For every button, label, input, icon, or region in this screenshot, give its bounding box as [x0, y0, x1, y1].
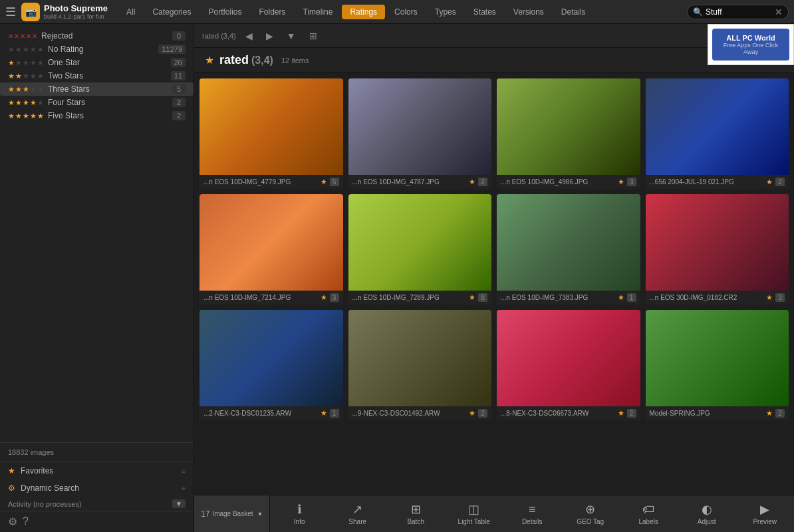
photo-item[interactable]: ...n EOS 30D-IMG_0182.CR2★3 [646, 194, 789, 305]
image-basket-button[interactable]: 17 Image Basket ▼ [194, 495, 270, 532]
nav-tab-ratings[interactable]: Ratings [342, 5, 385, 19]
ad-title: ALL PC World [718, 34, 784, 42]
photo-thumb-p4 [646, 78, 789, 175]
rating-stars-four-stars: ★★★★★ [8, 98, 44, 107]
photo-rating-p8: 3 [775, 293, 785, 302]
rating-count-rejected: 0 [172, 31, 186, 41]
search-input[interactable] [706, 7, 772, 17]
topbar: ☰ 📷 Photo Supreme build 4.1.2-par1 for f… [0, 0, 794, 24]
photo-rating-p6: 8 [478, 293, 487, 302]
sidebar-item-dynamic-search[interactable]: ⚙Dynamic Search≡ [0, 479, 194, 497]
nav-tab-colors[interactable]: Colors [386, 5, 426, 19]
photo-name-p10: ...9-NEX-C3-DSC01492.ARW [352, 410, 467, 417]
rating-count-two-stars: 11 [171, 71, 186, 80]
rating-label-no-rating: No Rating [48, 45, 158, 54]
photo-item[interactable]: ...656 2004-JUL-19 021.JPG★2 [646, 78, 789, 189]
basket-count: 17 [201, 509, 209, 519]
photo-rating-p3: 3 [627, 178, 636, 186]
sidebar-item-favorites[interactable]: ★Favorites≡ [0, 462, 194, 479]
nav-tab-versions[interactable]: Versions [505, 5, 552, 19]
back-button[interactable]: ◀ [241, 29, 257, 43]
photo-name-p7: ...n EOS 10D-IMG_7383.JPG [501, 294, 615, 301]
bottom-tool-info[interactable]: ℹInfo [270, 498, 329, 529]
layers-button[interactable]: ⊞ [305, 29, 321, 43]
bottom-tool-share[interactable]: ↗Share [329, 498, 387, 529]
photo-item[interactable]: ...n EOS 10D-IMG_7214.JPG★3 [199, 194, 343, 305]
bottom-tool-light-table[interactable]: ◫Light Table [445, 498, 503, 529]
nav-tab-types[interactable]: Types [427, 5, 464, 19]
bottom-tools-row: ℹInfo↗Share⊞Batch◫Light Table≡Details⊕GE… [270, 498, 794, 529]
rating-row-two-stars[interactable]: ★★★★★Two Stars11 [0, 69, 194, 82]
photo-label-p3: ...n EOS 10D-IMG_4986.JPG★3 [497, 175, 640, 189]
photo-label-p7: ...n EOS 10D-IMG_7383.JPG★1 [497, 291, 640, 305]
sidebar-item-label-dynamic-search: Dynamic Search [21, 483, 176, 493]
bottom-tool-icon-adjust: ◐ [702, 502, 712, 517]
sidebar-activity-label: Activity (no processes) [8, 500, 167, 508]
rating-label-rejected: Rejected [41, 31, 172, 41]
bottom-tool-preview[interactable]: ▶Preview [735, 498, 794, 529]
nav-tab-states[interactable]: States [465, 5, 504, 19]
sidebar-help-icon[interactable]: ? [23, 515, 29, 528]
photo-name-p1: ...n EOS 10D-IMG_4779.JPG [203, 178, 318, 186]
search-clear-button[interactable]: ✕ [775, 7, 783, 17]
nav-tab-portfolios[interactable]: Portfolios [200, 5, 249, 19]
nav-tab-details[interactable]: Details [553, 5, 594, 19]
rating-count-no-rating: 11279 [158, 45, 186, 54]
bottom-tool-icon-details: ≡ [529, 503, 536, 517]
bottom-tool-details[interactable]: ≡Details [503, 498, 561, 529]
photo-label-p9: ...2-NEX-C3-DSC01235.ARW★1 [199, 406, 343, 420]
sidebar-gear-icon[interactable]: ⚙ [8, 515, 17, 528]
bottom-tool-geo-tag[interactable]: ⊕GEO Tag [561, 498, 620, 529]
photo-rating-p9: 1 [330, 409, 339, 418]
rating-row-rejected[interactable]: ✕✕✕✕✕Rejected0 [0, 29, 194, 43]
toolbar-breadcrumb: rated (3,4) [202, 32, 236, 40]
photo-item[interactable]: ...n EOS 10D-IMG_4787.JPG★2 [348, 78, 492, 189]
bottom-tool-icon-labels: 🏷 [642, 503, 654, 517]
photo-label-p11: ...8-NEX-C3-DSC06673.ARW★2 [497, 406, 640, 420]
photo-item[interactable]: Model-SPRING.JPG★2 [646, 310, 789, 420]
rating-row-one-star[interactable]: ★★★★★One Star20 [0, 56, 194, 69]
bottom-tool-label-geo-tag: GEO Tag [577, 518, 604, 525]
photo-star-icon-p1: ★ [321, 178, 327, 186]
bottom-tool-adjust[interactable]: ◐Adjust [678, 498, 736, 529]
nav-tab-all[interactable]: All [118, 5, 143, 19]
photo-label-p10: ...9-NEX-C3-DSC01492.ARW★2 [348, 406, 492, 420]
bottom-tool-labels[interactable]: 🏷Labels [619, 498, 678, 529]
photo-item[interactable]: ...8-NEX-C3-DSC06673.ARW★2 [497, 310, 640, 420]
photo-thumb-p11 [497, 310, 640, 406]
photo-name-p3: ...n EOS 10D-IMG_4986.JPG [501, 178, 615, 186]
photo-item[interactable]: ...9-NEX-C3-DSC01492.ARW★2 [348, 310, 492, 420]
photo-star-icon-p6: ★ [469, 293, 475, 302]
photo-item[interactable]: ...n EOS 10D-IMG_4986.JPG★3 [497, 78, 640, 189]
photo-item[interactable]: ...n EOS 10D-IMG_4779.JPG★5 [199, 78, 343, 189]
filter-button[interactable]: ▼ [283, 29, 300, 43]
photo-label-p5: ...n EOS 10D-IMG_7214.JPG★3 [199, 291, 343, 305]
photo-item[interactable]: ...n EOS 10D-IMG_7289.JPG★8 [348, 194, 492, 305]
photo-rating-p10: 2 [478, 409, 487, 418]
forward-button[interactable]: ▶ [262, 29, 277, 43]
sidebar-bottom: ★Favorites≡⚙Dynamic Search≡ Activity (no… [0, 462, 194, 532]
bottom-tool-batch[interactable]: ⊞Batch [386, 498, 445, 529]
nav-tab-folders[interactable]: Folders [251, 5, 293, 19]
bottom-tool-icon-batch: ⊞ [411, 502, 421, 517]
rating-row-three-stars[interactable]: ★★★★★Three Stars5 [0, 82, 194, 96]
photo-item[interactable]: ...2-NEX-C3-DSC01235.ARW★1 [199, 310, 343, 420]
rating-row-no-rating[interactable]: ★★★★★No Rating11279 [0, 43, 194, 56]
rating-row-five-stars[interactable]: ★★★★★Five Stars2 [0, 109, 194, 122]
photo-rating-p12: 2 [775, 409, 785, 418]
nav-tab-categories[interactable]: Categories [144, 5, 199, 19]
bottom-tool-label-details: Details [522, 518, 543, 525]
photo-rating-p1: 5 [330, 178, 339, 186]
photo-star-icon-p8: ★ [766, 293, 773, 302]
nav-tab-timeline[interactable]: Timeline [295, 5, 341, 19]
sidebar-add-button[interactable]: ▼ [172, 499, 186, 508]
photo-item[interactable]: ...n EOS 10D-IMG_7383.JPG★1 [497, 194, 640, 305]
rating-row-four-stars[interactable]: ★★★★★Four Stars2 [0, 96, 194, 109]
rating-label-two-stars: Two Stars [48, 71, 171, 80]
hamburger-button[interactable]: ☰ [5, 5, 16, 19]
search-box[interactable]: 🔍 ✕ [687, 5, 789, 19]
photo-name-p4: ...656 2004-JUL-19 021.JPG [650, 178, 764, 186]
photo-star-icon-p3: ★ [618, 178, 624, 186]
bottom-tool-icon-geo-tag: ⊕ [585, 502, 595, 517]
rating-stars-one-star: ★★★★★ [8, 59, 44, 67]
